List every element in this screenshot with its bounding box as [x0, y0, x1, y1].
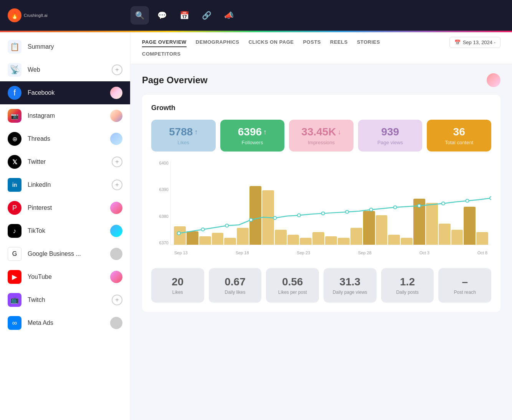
google-icon: G: [8, 247, 21, 261]
sidebar-label-meta: Meta Ads: [28, 320, 104, 326]
sidebar-item-youtube[interactable]: ▶ YouTube: [0, 265, 130, 288]
svg-point-5: [297, 214, 301, 217]
sidebar: 📋 Summary 📡 Web + f Facebook 📷 Instagram…: [0, 32, 130, 420]
nav-icons: 🔍 💬 📅 🔗 📣: [130, 6, 238, 25]
threads-avatar: [110, 133, 122, 145]
bottom-daily-likes-label: Daily likes: [215, 290, 256, 295]
twitter-icon: 𝕏: [8, 155, 21, 169]
bottom-stat-daily-posts: 1.2 Daily posts: [381, 268, 434, 303]
pageviews-label: Page views: [377, 140, 403, 145]
date-label: Sep 13, 2024 -: [463, 40, 495, 45]
svg-point-0: [177, 232, 180, 235]
bottom-stats: 20 Likes 0.67 Daily likes 0.56 Likes per…: [151, 268, 491, 303]
tiktok-avatar: [110, 225, 122, 237]
web-add-btn[interactable]: +: [112, 64, 122, 75]
sidebar-item-facebook[interactable]: f Facebook: [0, 81, 130, 104]
sidebar-item-tiktok[interactable]: ♪ TikTok: [0, 219, 130, 242]
chart-y-labels: 6400 6390 6380 6370: [151, 161, 168, 245]
followers-label: Followers: [242, 140, 263, 145]
subnav-posts[interactable]: POSTS: [303, 38, 321, 47]
twitch-add-btn[interactable]: +: [112, 295, 122, 305]
bottom-posts-label: Daily posts: [387, 290, 428, 295]
twitter-add-btn[interactable]: +: [112, 156, 122, 167]
bottom-stat-post-extra: – Post reach: [438, 268, 491, 303]
page-title: Page Overview: [142, 73, 500, 87]
svg-point-13: [490, 197, 491, 200]
web-icon: 📡: [8, 63, 21, 77]
stat-card-impressions: 33.45K↓ Impressions: [289, 120, 353, 152]
stat-card-followers: 6396↑ Followers: [220, 120, 285, 152]
bottom-likes-label: Likes: [157, 290, 198, 295]
svg-point-3: [249, 218, 253, 221]
svg-point-7: [345, 210, 348, 213]
facebook-icon: f: [8, 86, 21, 100]
sidebar-label-facebook: Facebook: [28, 89, 104, 96]
sidebar-label-summary: Summary: [28, 43, 122, 50]
google-avatar: [110, 248, 122, 260]
date-picker[interactable]: 📅 Sep 13, 2024 -: [449, 37, 500, 48]
tiktok-icon: ♪: [8, 224, 21, 238]
stat-card-likes: 5788↑ Likes: [151, 120, 216, 152]
subnav-reels[interactable]: REELS: [330, 38, 348, 47]
subnav-clicks[interactable]: CLICKS ON PAGE: [248, 38, 294, 47]
nav-calendar-btn[interactable]: 📅: [175, 6, 193, 25]
meta-icon: ∞: [8, 316, 21, 330]
sidebar-label-instagram: Instagram: [28, 112, 104, 119]
page-avatar: [487, 73, 500, 87]
sidebar-label-google: Google Business ...: [28, 250, 104, 257]
subnav-page-overview[interactable]: PAGE OVERVIEW: [142, 38, 187, 47]
total-label: Total content: [445, 140, 473, 145]
sub-nav: PAGE OVERVIEW DEMOGRAPHICS CLICKS ON PAG…: [130, 32, 512, 64]
sidebar-item-google[interactable]: G Google Business ...: [0, 242, 130, 265]
nav-announce-btn[interactable]: 📣: [220, 6, 238, 25]
content-area: PAGE OVERVIEW DEMOGRAPHICS CLICKS ON PAG…: [130, 32, 512, 420]
main-layout: 📋 Summary 📡 Web + f Facebook 📷 Instagram…: [0, 32, 512, 420]
bottom-stat-likes-per-post: 0.56 Likes per post: [266, 268, 319, 303]
bottom-pageviews-value: 31.3: [330, 276, 370, 288]
youtube-icon: ▶: [8, 270, 21, 284]
bottom-posts-value: 1.2: [387, 276, 428, 288]
nav-link-btn[interactable]: 🔗: [197, 6, 216, 25]
youtube-avatar: [110, 271, 122, 283]
sidebar-item-threads[interactable]: ⊕ Threads: [0, 127, 130, 150]
top-nav: 🔥 CrushingIt.ai 🔍 💬 📅 🔗 📣: [0, 0, 512, 31]
bottom-daily-likes-value: 0.67: [215, 276, 256, 288]
sidebar-label-youtube: YouTube: [28, 273, 104, 280]
impressions-label: Impressions: [308, 140, 335, 145]
subnav-competitors[interactable]: COMPETITORS: [142, 49, 181, 59]
chart-x-labels: Sep 13 Sep 18 Sep 23 Sep 28 Oct 3 Oct 8: [170, 245, 491, 260]
bottom-post-extra-value: –: [444, 276, 485, 288]
svg-point-9: [393, 206, 396, 209]
sidebar-label-threads: Threads: [28, 135, 104, 142]
logo: 🔥 CrushingIt.ai: [8, 8, 54, 22]
svg-point-8: [370, 208, 373, 211]
followers-value: 6396↑: [238, 126, 267, 138]
logo-icon: 🔥: [8, 8, 21, 22]
nav-chat-btn[interactable]: 💬: [153, 6, 171, 25]
nav-search-btn[interactable]: 🔍: [130, 6, 149, 25]
subnav-demographics[interactable]: DEMOGRAPHICS: [196, 38, 239, 47]
sidebar-item-meta[interactable]: ∞ Meta Ads: [0, 311, 130, 334]
likes-label: Likes: [178, 140, 189, 145]
sidebar-label-twitch: Twitch: [28, 296, 106, 303]
svg-point-6: [321, 212, 324, 215]
sidebar-item-twitter[interactable]: 𝕏 Twitter +: [0, 150, 130, 173]
sidebar-item-summary[interactable]: 📋 Summary: [0, 35, 130, 58]
sidebar-item-instagram[interactable]: 📷 Instagram: [0, 104, 130, 127]
subnav-stories[interactable]: STORIES: [357, 38, 380, 47]
sidebar-item-web[interactable]: 📡 Web +: [0, 58, 130, 81]
linkedin-icon: in: [8, 178, 21, 192]
bottom-likes-value: 20: [157, 276, 198, 288]
chart-area: [170, 161, 491, 245]
sidebar-item-pinterest[interactable]: P Pinterest: [0, 196, 130, 219]
sidebar-label-tiktok: TikTok: [28, 227, 104, 234]
summary-icon: 📋: [8, 40, 21, 54]
linkedin-add-btn[interactable]: +: [112, 180, 122, 190]
sidebar-item-linkedin[interactable]: in LinkedIn +: [0, 173, 130, 196]
line-chart: [171, 161, 491, 245]
bottom-stat-daily-pageviews: 31.3 Daily page views: [324, 268, 377, 303]
facebook-avatar: [110, 87, 122, 99]
svg-point-2: [225, 224, 228, 227]
svg-point-10: [418, 204, 421, 207]
sidebar-item-twitch[interactable]: 📺 Twitch +: [0, 288, 130, 311]
